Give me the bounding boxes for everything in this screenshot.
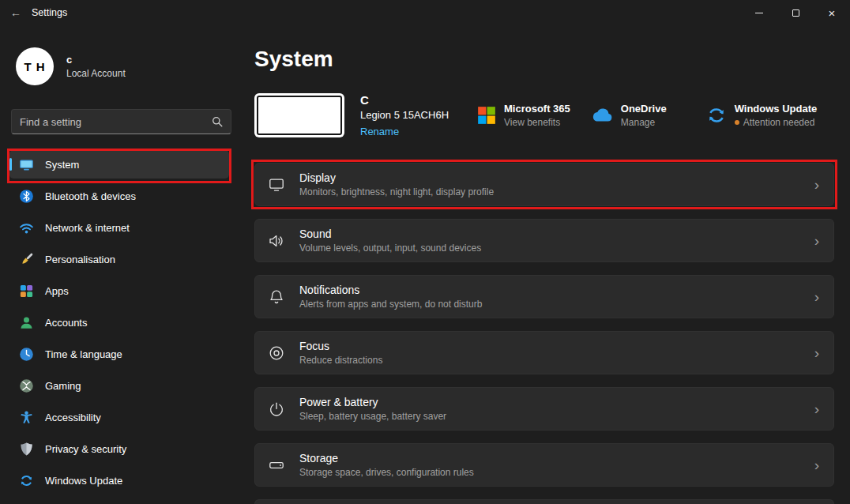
- rename-link[interactable]: Rename: [360, 126, 466, 137]
- promo-card-subtitle-text: Attention needed: [743, 117, 815, 128]
- clock-icon: [19, 347, 34, 362]
- sidebar-item-privacy-security[interactable]: Privacy & security: [9, 434, 229, 463]
- bell-icon: [268, 288, 285, 306]
- settings-rows: Display Monitors, brightness, night ligh…: [254, 163, 834, 504]
- sidebar-item-label: System: [45, 159, 79, 171]
- power-icon: [268, 401, 285, 418]
- close-button[interactable]: ×: [814, 0, 850, 25]
- sidebar-item-label: Network & internet: [45, 222, 130, 234]
- maximize-button[interactable]: [777, 0, 814, 25]
- main-content: System C Legion 5 15ACH6H Rename: [254, 25, 850, 504]
- sidebar-item-system[interactable]: System: [9, 150, 229, 179]
- settings-row-power-battery[interactable]: Power & battery Sleep, battery usage, ba…: [254, 387, 834, 431]
- accessibility-person-icon: [19, 410, 34, 425]
- settings-row-display[interactable]: Display Monitors, brightness, night ligh…: [254, 163, 834, 206]
- promo-cards: Microsoft 365 View benefits OneDrive Man…: [477, 103, 817, 128]
- sidebar-item-bluetooth-devices[interactable]: Bluetooth & devices: [9, 182, 229, 210]
- sidebar: T H c Local Account: [0, 25, 253, 504]
- onedrive-cloud-icon: [591, 108, 613, 123]
- device-info: C Legion 5 15ACH6H Rename: [360, 93, 466, 137]
- window-controls: ×: [741, 0, 850, 25]
- promo-card-subtitle: View benefits: [504, 117, 570, 128]
- microsoft-logo-icon: [477, 106, 496, 125]
- search-box[interactable]: [11, 109, 231, 134]
- promo-card-subtitle-text: View benefits: [504, 117, 560, 128]
- sidebar-item-accounts[interactable]: Accounts: [9, 308, 229, 337]
- settings-row-notifications[interactable]: Notifications Alerts from apps and syste…: [254, 275, 834, 318]
- settings-window: ← Settings × T H c Local Account: [0, 0, 850, 504]
- sidebar-item-windows-update[interactable]: Windows Update: [9, 466, 229, 495]
- sidebar-item-accessibility[interactable]: Accessibility: [9, 403, 229, 431]
- settings-row-subtitle: Alerts from apps and system, do not dist…: [299, 299, 482, 310]
- promo-card-subtitle: Manage: [621, 117, 667, 128]
- chevron-right-icon: ›: [814, 345, 819, 360]
- sidebar-item-apps[interactable]: Apps: [9, 276, 229, 305]
- settings-row-title: Display: [299, 171, 494, 184]
- settings-row-storage[interactable]: Storage Storage space, drives, configura…: [254, 443, 834, 487]
- settings-row-subtitle: Monitors, brightness, night light, displ…: [299, 186, 494, 197]
- settings-row-title: Power & battery: [299, 396, 446, 408]
- device-header: C Legion 5 15ACH6H Rename Mic: [254, 92, 850, 138]
- display-monitor-icon: [268, 176, 285, 194]
- onedrive-card[interactable]: OneDrive Manage: [591, 103, 667, 128]
- selection-indicator: [9, 158, 12, 171]
- settings-row-focus[interactable]: Focus Reduce distractions ›: [254, 331, 834, 374]
- avatar-initials: T H: [24, 60, 45, 73]
- storage-drive-icon: [268, 457, 285, 474]
- focus-dial-icon: [268, 344, 285, 362]
- apps-grid-icon: [19, 284, 34, 299]
- settings-row-title: Notifications: [299, 284, 482, 296]
- chevron-right-icon: ›: [814, 457, 819, 472]
- titlebar: ← Settings ×: [0, 0, 850, 25]
- microsoft-365-card[interactable]: Microsoft 365 View benefits: [477, 103, 570, 128]
- settings-row-subtitle: Reduce distractions: [299, 355, 382, 366]
- shield-icon: [19, 442, 34, 457]
- search-input[interactable]: [20, 116, 212, 128]
- sidebar-item-label: Windows Update: [45, 475, 122, 487]
- settings-row-title: Focus: [299, 340, 382, 352]
- promo-card-title: OneDrive: [621, 103, 667, 115]
- sidebar-item-network-internet[interactable]: Network & internet: [9, 213, 229, 242]
- sidebar-item-label: Privacy & security: [45, 443, 126, 455]
- account-name: c: [66, 54, 126, 66]
- update-arrows-icon: [706, 105, 727, 126]
- update-arrows-icon: [19, 473, 34, 488]
- minimize-button[interactable]: [741, 0, 777, 25]
- page-title: System: [254, 45, 850, 73]
- promo-card-title: Windows Update: [735, 103, 818, 115]
- chevron-right-icon: ›: [814, 401, 819, 416]
- sidebar-item-time-language[interactable]: Time & language: [9, 340, 229, 368]
- chevron-right-icon: ›: [814, 233, 819, 248]
- chevron-right-icon: ›: [814, 177, 819, 192]
- account-type: Local Account: [66, 68, 126, 79]
- minimize-icon: [755, 13, 763, 13]
- settings-row-partial[interactable]: [254, 499, 834, 504]
- settings-row-title: Storage: [299, 452, 474, 465]
- person-icon: [19, 315, 34, 330]
- sidebar-item-label: Gaming: [45, 380, 81, 392]
- device-model: Legion 5 15ACH6H: [360, 109, 466, 121]
- sidebar-item-label: Accessibility: [45, 412, 101, 423]
- promo-card-subtitle: Attention needed: [735, 117, 818, 128]
- attention-dot-icon: [735, 120, 739, 125]
- account-profile[interactable]: T H c Local Account: [16, 47, 253, 85]
- search-icon: [212, 116, 223, 127]
- sidebar-item-label: Time & language: [45, 348, 122, 360]
- bluetooth-icon: [19, 189, 34, 204]
- back-button[interactable]: ←: [0, 0, 32, 25]
- system-icon: [19, 157, 34, 172]
- sidebar-item-label: Accounts: [45, 317, 87, 329]
- speaker-icon: [268, 232, 285, 250]
- promo-card-subtitle-text: Manage: [621, 117, 655, 128]
- settings-row-subtitle: Sleep, battery usage, battery saver: [299, 411, 446, 422]
- windows-update-card[interactable]: Windows Update Attention needed: [706, 103, 818, 128]
- sidebar-item-gaming[interactable]: Gaming: [9, 371, 229, 400]
- settings-row-title: Sound: [299, 228, 481, 240]
- sidebar-nav: System Bluetooth & devices: [0, 150, 253, 495]
- sidebar-item-personalisation[interactable]: Personalisation: [9, 245, 229, 273]
- settings-row-sound[interactable]: Sound Volume levels, output, input, soun…: [254, 219, 834, 262]
- window-title: Settings: [32, 7, 67, 18]
- promo-card-title: Microsoft 365: [504, 103, 570, 115]
- device-thumbnail-screen: [257, 96, 342, 135]
- wifi-icon: [19, 220, 34, 235]
